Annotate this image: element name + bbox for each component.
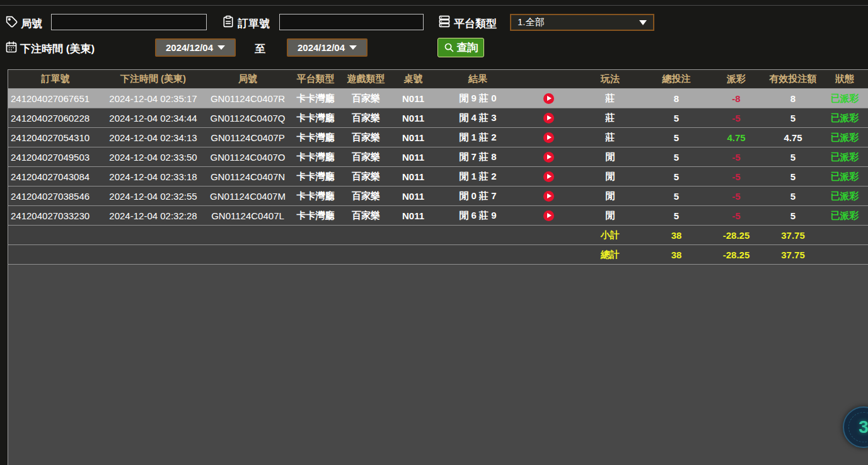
cell-result: 閒 1 莊 2 [434, 132, 522, 144]
cell-status: 已派彩 [821, 210, 868, 222]
cell-order-id: 241204027043084 [8, 171, 103, 182]
cell-play-type: 莊 [576, 132, 645, 144]
date-from-picker[interactable]: 2024/12/04 [155, 38, 236, 57]
cell-total-bet: 5 [645, 113, 708, 123]
cell-payout: 4.75 [708, 132, 765, 143]
cell-status: 已派彩 [821, 171, 868, 183]
cell-table-no: N011 [393, 132, 434, 143]
replay-video-button[interactable] [543, 210, 554, 221]
cell-game-type: 百家樂 [339, 190, 393, 202]
cell-table-no: N011 [393, 210, 434, 221]
cell-bet-time: 2024-12-04 02:34:44 [103, 113, 204, 123]
date-to-picker[interactable]: 2024/12/04 [287, 38, 367, 57]
cell-play-type: 莊 [576, 93, 645, 105]
cell-game-type: 百家樂 [339, 171, 393, 183]
round-number-label: 局號 [21, 16, 42, 31]
cell-bet-time: 2024-12-04 02:33:50 [103, 152, 204, 163]
table-row[interactable]: 241204027049503 2024-12-04 02:33:50 GN01… [8, 147, 868, 167]
table-row[interactable]: 241204027033230 2024-12-04 02:32:28 GN01… [8, 206, 868, 226]
platform-type-select[interactable]: 1.全部 [510, 14, 654, 31]
header-payout: 派彩 [708, 73, 765, 85]
chevron-down-icon [639, 20, 647, 25]
replay-video-button[interactable] [543, 113, 554, 123]
header-table-no: 桌號 [393, 73, 434, 85]
date-to-value: 2024/12/04 [298, 42, 345, 53]
table-row[interactable]: 241204027043084 2024-12-04 02:33:18 GN01… [8, 167, 868, 187]
round-number-input[interactable] [51, 14, 207, 30]
header-status: 狀態 [821, 73, 868, 85]
cell-game-type: 百家樂 [339, 112, 393, 124]
header-play-type: 玩法 [576, 73, 645, 85]
subtotal-valid-bet: 37.75 [765, 230, 821, 241]
cell-round-id: GN01124C0407M [204, 191, 292, 202]
cell-result: 閒 7 莊 8 [434, 151, 522, 163]
cell-play-type: 莊 [576, 112, 645, 124]
replay-video-button[interactable] [543, 152, 554, 163]
cell-payout: -5 [708, 191, 765, 202]
widget-ring-icon [848, 412, 868, 442]
cell-status: 已派彩 [821, 132, 868, 144]
cell-order-id: 241204027067651 [8, 93, 103, 104]
bet-history-page: 局號 訂單號 平台類型 1.全部 下注時間 (美東) 2024/12/04 至 … [0, 0, 868, 465]
cell-result: 閒 6 莊 9 [434, 210, 522, 222]
header-bet-time: 下注時間 (美東) [103, 73, 204, 85]
table-row[interactable]: 241204027067651 2024-12-04 02:35:17 GN01… [8, 89, 868, 108]
subtotal-payout: -28.25 [708, 230, 765, 241]
cell-platform: 卡卡灣廳 [292, 210, 339, 222]
cell-status: 已派彩 [821, 190, 868, 202]
cell-valid-bet: 5 [765, 152, 821, 163]
cell-play-type: 閒 [576, 151, 645, 163]
cell-table-no: N011 [393, 171, 434, 182]
cell-bet-time: 2024-12-04 02:35:17 [103, 93, 204, 104]
cell-total-bet: 5 [645, 152, 708, 163]
replay-video-button[interactable] [543, 191, 554, 202]
play-icon [547, 96, 552, 101]
replay-video-button[interactable] [543, 93, 554, 104]
cell-platform: 卡卡灣廳 [292, 93, 339, 105]
search-icon [444, 42, 454, 53]
cell-total-bet: 5 [645, 132, 708, 143]
cell-bet-time: 2024-12-04 02:33:18 [103, 171, 204, 182]
cell-platform: 卡卡灣廳 [292, 190, 339, 202]
cell-result: 閒 4 莊 3 [434, 112, 522, 124]
subtotal-total-bet: 38 [645, 230, 708, 241]
cell-game-type: 百家樂 [339, 132, 393, 144]
play-icon [547, 193, 552, 198]
tag-icon [6, 16, 18, 28]
cell-valid-bet: 5 [765, 171, 821, 182]
cell-result: 閒 9 莊 0 [434, 93, 522, 105]
cell-round-id: GN01124C0407L [204, 210, 292, 221]
header-result: 結果 [434, 73, 522, 85]
table-row[interactable]: 241204027060228 2024-12-04 02:34:44 GN01… [8, 108, 868, 128]
replay-video-button[interactable] [543, 132, 554, 143]
bet-history-table: 訂單號 下注時間 (美東) 局號 平台類型 遊戲類型 桌號 結果 玩法 總投注 … [8, 69, 868, 465]
cell-payout: -5 [708, 171, 765, 182]
cell-bet-time: 2024-12-04 02:32:28 [103, 210, 204, 221]
cell-order-id: 241204027060228 [8, 113, 103, 123]
query-button[interactable]: 查詢 [437, 38, 484, 57]
header-game-type: 遊戲類型 [339, 73, 393, 85]
cell-status: 已派彩 [821, 93, 868, 105]
cell-platform: 卡卡灣廳 [292, 112, 339, 124]
grand-total-payout: -28.25 [708, 250, 765, 260]
cell-payout: -5 [708, 210, 765, 221]
cell-valid-bet: 4.75 [765, 132, 821, 143]
cell-total-bet: 8 [645, 93, 708, 104]
platform-type-label: 平台類型 [454, 16, 497, 31]
replay-video-button[interactable] [543, 171, 554, 182]
table-row[interactable]: 241204027054310 2024-12-04 02:34:13 GN01… [8, 128, 868, 147]
bet-time-label: 下注時間 (美東) [20, 42, 95, 56]
cell-order-id: 241204027033230 [8, 210, 103, 221]
table-row[interactable]: 241204027038546 2024-12-04 02:32:55 GN01… [8, 187, 868, 206]
cell-game-type: 百家樂 [339, 210, 393, 222]
cell-payout: -5 [708, 113, 765, 123]
cell-order-id: 241204027054310 [8, 132, 103, 143]
filter-bar: 局號 訂單號 平台類型 1.全部 下注時間 (美東) 2024/12/04 至 … [0, 0, 868, 69]
cell-total-bet: 5 [645, 191, 708, 202]
order-number-input[interactable] [279, 14, 424, 30]
cell-bet-time: 2024-12-04 02:34:13 [103, 132, 204, 143]
calendar-icon [5, 41, 18, 54]
header-valid-bet: 有效投注額 [765, 73, 821, 85]
cell-status: 已派彩 [821, 112, 868, 124]
order-number-label: 訂單號 [238, 16, 270, 31]
